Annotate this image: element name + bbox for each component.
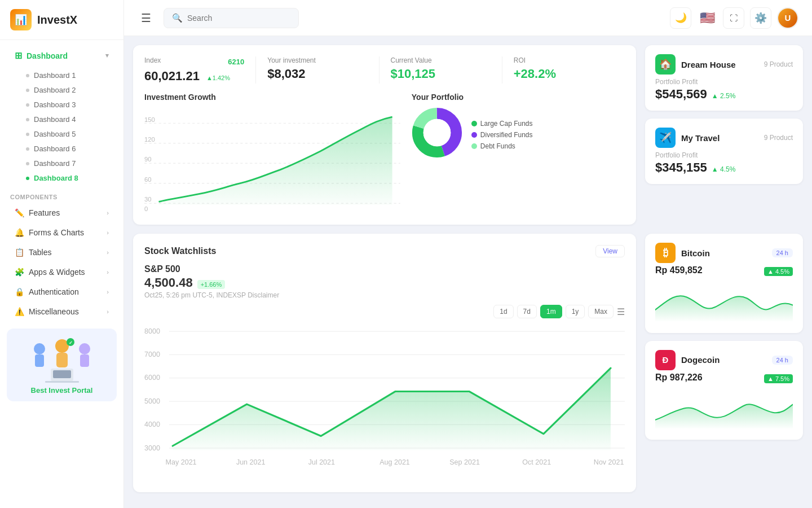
search-icon: 🔍 xyxy=(172,13,183,23)
svg-point-4 xyxy=(79,343,90,354)
chevron-icon: › xyxy=(107,249,109,256)
promo-label: Best Invest Portal xyxy=(31,386,93,395)
stock-meta: Oct25, 5:26 pm UTC-5, INDEXSP Disclaimer xyxy=(144,291,625,299)
roi-label: ROI xyxy=(514,56,614,64)
time-7d[interactable]: 7d xyxy=(517,305,537,318)
sidebar-item-dashboard5[interactable]: Dashboard 5 xyxy=(19,127,121,141)
main-wrapper: ☰ 🔍 🌙 🇺🇸 ⛶ ⚙️ U Index xyxy=(124,0,812,508)
time-max[interactable]: Max xyxy=(588,305,614,318)
more-icon[interactable]: ☰ xyxy=(617,306,625,317)
sidebar-item-dashboard2[interactable]: Dashboard 2 xyxy=(19,83,121,97)
time-1m[interactable]: 1m xyxy=(540,305,562,318)
avatar-image: U xyxy=(778,8,797,28)
investment-stats: Index 6210 60,021.21 ▲1.42% Your investm… xyxy=(144,56,625,84)
fullscreen-button[interactable]: ⛶ xyxy=(723,7,744,29)
search-input[interactable] xyxy=(187,14,290,23)
bitcoin-card: ₿ Bitcoin 24 h Rp 459,852 ▲ 4.5% xyxy=(645,234,803,332)
dream-house-name: Dream House xyxy=(681,60,736,69)
dot-icon xyxy=(26,118,29,121)
my-travel-name: My Travel xyxy=(681,133,720,143)
portfolio-my-travel: ✈️ My Travel 9 Product Portfolio Profit … xyxy=(645,119,803,184)
svg-text:150: 150 xyxy=(144,116,155,123)
sidebar-item-apps-widgets[interactable]: 🧩 Apps & Widgets › xyxy=(5,262,119,282)
dogecoin-chart xyxy=(655,388,793,428)
legend-large-cap: Large Cap Funds xyxy=(471,120,533,128)
language-button[interactable]: 🇺🇸 xyxy=(697,8,717,28)
roi-value: +28.2% xyxy=(514,67,614,81)
watchlist-view-button[interactable]: View xyxy=(595,245,625,257)
logo-area: 📊 InvestX xyxy=(0,0,123,40)
profit-label: Portfolio Profit xyxy=(655,78,793,86)
dashboard-icon: ⊞ xyxy=(15,50,22,61)
portfolio-cards: 🏠 Dream House 9 Product Portfolio Profit… xyxy=(645,45,803,225)
dark-mode-button[interactable]: 🌙 xyxy=(670,7,691,29)
investment-label: Your investment xyxy=(267,56,367,64)
legend: Large Cap Funds Diversified Funds Debt F… xyxy=(471,120,533,150)
profit-label: Portfolio Profit xyxy=(655,151,793,159)
charts-area: Investment Growth xyxy=(144,93,625,213)
portfolio-dream-house: 🏠 Dream House 9 Product Portfolio Profit… xyxy=(645,45,803,111)
sidebar-item-tables[interactable]: 📋 Tables › xyxy=(5,243,119,262)
sidebar-item-authentication[interactable]: 🔒 Authentication › xyxy=(5,282,119,301)
svg-text:3000: 3000 xyxy=(144,444,160,452)
my-travel-icon: ✈️ xyxy=(655,128,676,148)
sidebar-item-miscellaneous[interactable]: ⚠️ Miscellaneous › xyxy=(5,302,119,321)
dot-icon xyxy=(26,147,29,151)
svg-text:0: 0 xyxy=(144,205,148,211)
main-change: ▲1.42% xyxy=(206,75,230,81)
dogecoin-badge: 24 h xyxy=(772,356,793,365)
bitcoin-price: Rp 459,852 xyxy=(655,265,703,275)
time-filters: 1d 7d 1m 1y Max ☰ xyxy=(493,305,625,318)
svg-text:90: 90 xyxy=(144,156,152,163)
svg-text:120: 120 xyxy=(144,136,155,143)
legend-dot xyxy=(471,143,477,149)
auth-icon: 🔒 xyxy=(15,287,24,296)
watchlist-card: Stock Watchlists View S&P 500 4,500.48 +… xyxy=(133,234,636,492)
forms-icon: 🔔 xyxy=(15,228,24,237)
components-label: Components xyxy=(0,187,123,203)
legend-dot xyxy=(471,132,477,138)
sidebar-item-dashboard7[interactable]: Dashboard 7 xyxy=(19,156,121,170)
portfolio-chart: Your Portfolio xyxy=(412,93,625,158)
time-1d[interactable]: 1d xyxy=(493,305,513,318)
bitcoin-badge: 24 h xyxy=(772,248,793,257)
sidebar-item-dashboard3[interactable]: Dashboard 3 xyxy=(19,98,121,112)
sidebar-promo: ✓ Best Invest Portal xyxy=(7,329,117,401)
svg-text:8000: 8000 xyxy=(144,327,160,335)
dream-house-change: ▲ 2.5% xyxy=(712,92,736,100)
watchlist-title: Stock Watchlists xyxy=(144,246,216,256)
sidebar-item-dashboard[interactable]: ⊞ Dashboard ▾ xyxy=(5,45,119,66)
tables-icon: 📋 xyxy=(15,248,24,257)
bitcoin-change: ▲ 4.5% xyxy=(764,267,793,276)
svg-text:6000: 6000 xyxy=(144,374,160,382)
watchlist-header: Stock Watchlists View xyxy=(144,245,625,257)
stat-index: Index 6210 60,021.21 ▲1.42% xyxy=(144,56,256,84)
svg-text:Sep 2021: Sep 2021 xyxy=(449,458,480,466)
svg-rect-3 xyxy=(56,353,68,367)
sidebar-item-dashboard4[interactable]: Dashboard 4 xyxy=(19,112,121,126)
sidebar-item-dashboard1[interactable]: Dashboard 1 xyxy=(19,68,121,82)
svg-text:5000: 5000 xyxy=(144,397,160,405)
time-1y[interactable]: 1y xyxy=(566,305,585,318)
hamburger-button[interactable]: ☰ xyxy=(138,8,155,28)
sidebar-item-dashboard6[interactable]: Dashboard 6 xyxy=(19,142,121,156)
stat-investment: Your investment $8,032 xyxy=(267,56,379,84)
sidebar-item-features[interactable]: ✏️ Features › xyxy=(5,203,119,222)
apps-icon: 🧩 xyxy=(15,268,24,277)
header: ☰ 🔍 🌙 🇺🇸 ⛶ ⚙️ U xyxy=(124,0,812,36)
svg-point-25 xyxy=(423,119,451,147)
svg-text:May 2021: May 2021 xyxy=(166,458,197,466)
sidebar: 📊 InvestX ⊞ Dashboard ▾ Dashboard 1 Dash… xyxy=(0,0,124,508)
user-avatar[interactable]: U xyxy=(777,7,798,29)
settings-button[interactable]: ⚙️ xyxy=(750,7,771,29)
main-index-value: 60,021.21 xyxy=(144,69,200,84)
legend-diversified: Diversified Funds xyxy=(471,131,533,139)
stock-chart-svg: 8000 7000 6000 5000 4000 3000 xyxy=(144,323,625,479)
legend-dot xyxy=(471,121,477,126)
portfolio-title: Your Portfolio xyxy=(412,93,625,102)
stat-roi: ROI +28.2% xyxy=(514,56,625,84)
dot-icon xyxy=(26,103,29,107)
dot-active-icon xyxy=(26,177,29,180)
sidebar-item-forms-charts[interactable]: 🔔 Forms & Charts › xyxy=(5,223,119,242)
sidebar-item-dashboard8[interactable]: Dashboard 8 xyxy=(19,171,121,185)
